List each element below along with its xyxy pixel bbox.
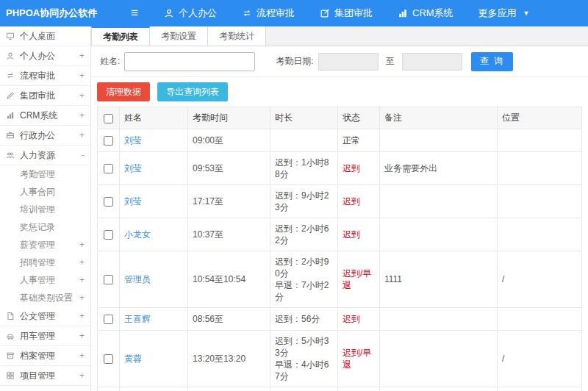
sidebar-subitem-personnel[interactable]: 人事管理 +	[0, 271, 90, 289]
duration: 迟到：5小时33分	[275, 335, 333, 359]
chart-icon	[6, 111, 17, 120]
expander-icon[interactable]: +	[77, 351, 85, 361]
sidebar-subitem-base-category[interactable]: 基础类别设置 +	[0, 289, 90, 306]
expander-icon[interactable]: +	[77, 331, 85, 341]
note: 业务需要外出	[380, 152, 498, 185]
briefcase-icon	[6, 131, 17, 140]
export-list-button[interactable]: 导出查询列表	[157, 82, 228, 101]
archive-icon	[6, 351, 17, 360]
attendance-time: 09:53至	[188, 152, 270, 185]
column-header-time: 考勤时间	[188, 107, 270, 129]
column-header-location: 位置	[498, 107, 582, 129]
expander-icon[interactable]: +	[77, 311, 85, 321]
attendance-time: 10:54至10:54	[188, 251, 270, 308]
employee-name-link[interactable]: 管理员	[124, 274, 151, 284]
employee-name-link[interactable]: 王喜辉	[124, 314, 151, 324]
tab-attendance-stats[interactable]: 考勤统计	[208, 26, 266, 46]
app-logo: PHPOA协同办公软件	[0, 7, 91, 20]
nav-item-workflow-approval[interactable]: 流程审批	[229, 0, 307, 26]
expander-icon[interactable]: +	[77, 51, 85, 61]
expander-icon[interactable]: +	[77, 257, 85, 268]
sidebar-subitem-label: 招聘管理	[20, 257, 77, 269]
file-icon	[6, 312, 17, 320]
sidebar-item-projects[interactable]: 项目管理 +	[0, 366, 90, 386]
employee-name-link[interactable]: 刘莹	[124, 163, 142, 173]
expander-icon[interactable]: +	[77, 110, 85, 121]
row-checkbox[interactable]	[104, 197, 113, 207]
sidebar: 个人桌面 个人办公 + 流程审批 + 集团审批 + CRM系统 +	[0, 26, 91, 391]
expander-icon[interactable]: +	[77, 240, 85, 250]
attendance-time: 09:00至	[188, 129, 270, 152]
attendance-time: 08:56至	[188, 308, 270, 331]
nav-item-group-approval[interactable]: 集团审批	[307, 0, 385, 26]
sidebar-subitem-label: 培训管理	[20, 204, 77, 216]
sidebar-item-archives[interactable]: 档案管理 +	[0, 346, 90, 366]
employee-name-link[interactable]: 黄蓉	[124, 354, 142, 364]
note	[380, 218, 498, 251]
row-checkbox[interactable]	[104, 164, 113, 173]
sidebar-item-admin-office[interactable]: 行政办公 +	[0, 126, 90, 146]
main-content: 考勤列表 考勤设置 考勤统计 姓名: 考勤日期: 至 查 询 清理数据 导出查询…	[91, 26, 588, 391]
expander-icon[interactable]: +	[77, 130, 85, 140]
tab-attendance-list[interactable]: 考勤列表	[91, 26, 150, 46]
employee-name-link[interactable]: 小龙女	[124, 229, 151, 240]
date-start-input[interactable]	[318, 53, 379, 71]
expander-icon[interactable]: +	[77, 90, 85, 101]
row-checkbox[interactable]	[104, 275, 113, 284]
expander-icon[interactable]: +	[77, 275, 85, 285]
sidebar-subitem-attendance[interactable]: 考勤管理	[0, 165, 90, 183]
grid-icon	[6, 371, 17, 380]
sidebar-item-label: 人力资源	[20, 149, 77, 162]
sidebar-subitem-recruitment[interactable]: 招聘管理 +	[0, 254, 90, 271]
expander-icon[interactable]: +	[77, 370, 85, 381]
row-checkbox[interactable]	[104, 354, 113, 364]
nav-item-personal-office[interactable]: 个人办公	[151, 0, 229, 26]
location	[498, 185, 582, 218]
sidebar-subitem-rewards[interactable]: 奖惩记录	[0, 218, 90, 236]
sidebar-subitem-hr-contract[interactable]: 人事合同	[0, 183, 90, 201]
sidebar-item-documents[interactable]: 公文管理 +	[0, 306, 90, 326]
clear-data-button[interactable]: 清理数据	[97, 82, 150, 101]
sidebar-item-workflow-approval[interactable]: 流程审批 +	[0, 66, 90, 86]
row-checkbox[interactable]	[104, 315, 113, 324]
sidebar-item-label: 集团审批	[20, 90, 77, 102]
expander-icon[interactable]: +	[77, 71, 85, 81]
search-button[interactable]: 查 询	[471, 52, 513, 71]
note: 1111	[380, 251, 498, 308]
sidebar-subitem-label: 人事管理	[20, 274, 77, 287]
row-checkbox[interactable]	[104, 230, 113, 240]
caret-down-icon: ▼	[523, 10, 530, 17]
location	[498, 218, 582, 251]
select-all-checkbox[interactable]	[104, 114, 113, 123]
sidebar-subitem-label: 人事合同	[20, 186, 77, 198]
status: 迟到	[338, 387, 380, 391]
nav-item-more-apps[interactable]: 更多应用 ▼	[466, 0, 542, 26]
hamburger-icon[interactable]: ≡	[123, 6, 146, 21]
sidebar-item-desktop[interactable]: 个人桌面	[0, 26, 90, 46]
name-filter-input[interactable]	[124, 52, 255, 71]
employee-name-link[interactable]: 刘莹	[124, 135, 142, 146]
sidebar-item-personal-office[interactable]: 个人办公 +	[0, 46, 90, 66]
expander-icon[interactable]: +	[77, 293, 85, 303]
nav-item-label: 更多应用	[478, 7, 517, 20]
sidebar-subitem-training[interactable]: 培训管理	[0, 201, 90, 218]
sidebar-item-vehicle[interactable]: 用车管理 +	[0, 326, 90, 346]
tab-attendance-settings[interactable]: 考勤设置	[150, 26, 208, 46]
nav-item-crm[interactable]: CRM系统	[385, 0, 466, 26]
status: 迟到	[338, 218, 380, 251]
sidebar-item-group-approval[interactable]: 集团审批 +	[0, 86, 90, 106]
attendance-time: 10:37至	[188, 218, 270, 251]
collapse-icon[interactable]: -	[77, 150, 85, 160]
row-checkbox[interactable]	[104, 136, 113, 146]
column-header-name: 姓名	[120, 107, 188, 129]
car-icon	[6, 331, 17, 340]
sidebar-item-hr[interactable]: 人力资源 -	[0, 146, 90, 165]
sidebar-subitem-salary[interactable]: 薪资管理 +	[0, 236, 90, 254]
user-icon	[164, 8, 174, 18]
date-end-input[interactable]	[402, 53, 462, 71]
sidebar-item-crm[interactable]: CRM系统 +	[0, 106, 90, 126]
employee-name-link[interactable]: 刘莹	[124, 196, 142, 207]
column-header-note: 备注	[380, 107, 498, 129]
status: 迟到/早退	[338, 251, 380, 308]
flow-icon	[6, 71, 17, 80]
